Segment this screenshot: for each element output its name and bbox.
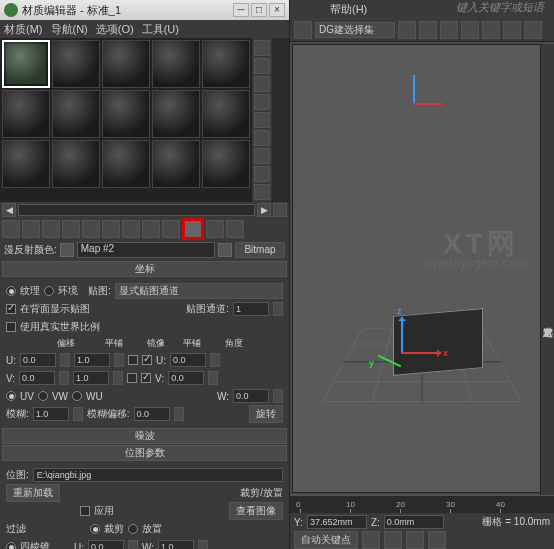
sample-slot[interactable] <box>152 140 200 188</box>
u-tiling-spinner[interactable]: 1.0 <box>74 353 110 367</box>
scroll-track[interactable] <box>18 204 255 216</box>
curve-editor-icon[interactable] <box>461 21 479 39</box>
v-offset-spinner[interactable]: 0.0 <box>19 371 55 385</box>
sample-slot[interactable] <box>102 40 150 88</box>
crop-w-spinner[interactable]: 1.0 <box>158 540 194 549</box>
sample-slot[interactable] <box>102 90 150 138</box>
crop-u-spinner[interactable]: 0.0 <box>88 540 124 549</box>
real-world-checkbox[interactable] <box>6 322 16 332</box>
sample-slot[interactable] <box>152 90 200 138</box>
mapping-dropdown[interactable]: 显式贴图通道 <box>115 283 283 299</box>
align-icon[interactable] <box>419 21 437 39</box>
sample-slot[interactable] <box>2 90 50 138</box>
crop-radio[interactable] <box>90 524 100 534</box>
close-button[interactable]: × <box>269 3 285 17</box>
search-hint[interactable]: 键入关键字或短语 <box>456 0 544 15</box>
mirror-icon[interactable] <box>398 21 416 39</box>
assign-to-selection-icon[interactable] <box>42 220 60 238</box>
background-icon[interactable] <box>254 76 270 92</box>
sample-slot[interactable] <box>102 140 150 188</box>
menu-navigate[interactable]: 导航(N) <box>51 22 88 37</box>
sample-type-icon[interactable] <box>254 40 270 56</box>
minimize-button[interactable]: ─ <box>233 3 249 17</box>
get-material-icon[interactable] <box>2 220 20 238</box>
make-unique-icon[interactable] <box>102 220 120 238</box>
sample-slot[interactable] <box>52 140 100 188</box>
v-mirror-checkbox[interactable] <box>127 373 137 383</box>
slots-layout-icon[interactable] <box>254 184 270 200</box>
scroll-right-icon[interactable]: ▶ <box>257 203 271 217</box>
rollout-coordinates-header[interactable]: 坐标 <box>2 261 287 277</box>
v-angle-spinner[interactable]: 0.0 <box>168 371 204 385</box>
spinner-buttons[interactable] <box>128 540 138 549</box>
go-to-parent-icon[interactable] <box>206 220 224 238</box>
u-offset-spinner[interactable]: 0.0 <box>20 353 56 367</box>
show-back-checkbox[interactable] <box>6 304 16 314</box>
autokey-button[interactable]: 自动关键点 <box>294 531 358 549</box>
rotate-button[interactable]: 旋转 <box>249 405 283 423</box>
map-name-input[interactable]: Map #2 <box>77 242 215 258</box>
dropdown-arrow-icon[interactable] <box>218 243 232 257</box>
scene-object-plane[interactable] <box>393 308 483 376</box>
show-in-viewport-icon[interactable] <box>162 220 180 238</box>
w-angle-spinner[interactable]: 0.0 <box>233 389 269 403</box>
sample-slot[interactable] <box>2 40 50 88</box>
spinner-buttons[interactable] <box>210 353 220 367</box>
blur-spinner[interactable]: 1.0 <box>33 407 69 421</box>
v-tiling-spinner[interactable]: 1.0 <box>73 371 109 385</box>
schematic-icon[interactable] <box>482 21 500 39</box>
put-to-library-icon[interactable] <box>122 220 140 238</box>
sample-slot[interactable] <box>52 90 100 138</box>
bitmap-path-field[interactable]: E:\qiangbi.jpg <box>33 468 283 482</box>
make-copy-icon[interactable] <box>82 220 100 238</box>
z-coord-field[interactable]: 0.0mm <box>384 515 444 529</box>
apply-checkbox[interactable] <box>80 506 90 516</box>
sample-slot[interactable] <box>202 90 250 138</box>
select-by-mat-icon[interactable] <box>254 166 270 182</box>
map-channel-spinner[interactable]: 1 <box>233 302 269 316</box>
spinner-buttons[interactable] <box>198 540 208 549</box>
wu-radio[interactable] <box>72 391 82 401</box>
timeline[interactable]: 010203040 <box>290 495 554 513</box>
command-panel-strip[interactable]: 选定对象 <box>540 44 554 513</box>
vw-radio[interactable] <box>38 391 48 401</box>
spinner-buttons[interactable] <box>73 407 83 421</box>
spinner-buttons[interactable] <box>208 371 218 385</box>
render-setup-icon[interactable] <box>524 21 542 39</box>
options-icon[interactable] <box>254 148 270 164</box>
sample-slot[interactable] <box>152 40 200 88</box>
menu-tools[interactable]: 工具(U) <box>142 22 179 37</box>
map-type-button[interactable]: Bitmap <box>235 242 285 258</box>
toolbar-icon[interactable] <box>294 21 312 39</box>
rollout-noise-header[interactable]: 噪波 <box>2 428 287 444</box>
preview-icon[interactable] <box>254 130 270 146</box>
spinner-buttons[interactable] <box>174 407 184 421</box>
play-icon[interactable] <box>406 531 424 549</box>
spinner-buttons[interactable] <box>59 371 69 385</box>
backlight-icon[interactable] <box>254 58 270 74</box>
maximize-button[interactable]: □ <box>251 3 267 17</box>
menu-help[interactable]: 帮助(H) <box>330 2 367 17</box>
next-frame-icon[interactable] <box>428 531 446 549</box>
sample-slot[interactable] <box>202 140 250 188</box>
y-coord-field[interactable]: 37.652mm <box>307 515 367 529</box>
spinner-buttons[interactable] <box>114 353 124 367</box>
material-id-icon[interactable] <box>142 220 160 238</box>
key-filters-icon[interactable] <box>362 531 380 549</box>
u-angle-spinner[interactable]: 0.0 <box>170 353 206 367</box>
sample-slot[interactable] <box>202 40 250 88</box>
eyedropper-icon[interactable] <box>60 243 74 257</box>
spinner-buttons[interactable] <box>273 302 283 316</box>
reset-map-icon[interactable] <box>62 220 80 238</box>
selection-set-dropdown[interactable]: DG建选择集 <box>315 22 395 38</box>
menu-options[interactable]: 选项(O) <box>96 22 134 37</box>
environ-radio[interactable] <box>44 286 54 296</box>
material-editor-icon[interactable] <box>503 21 521 39</box>
pyramidal-radio[interactable] <box>6 542 16 549</box>
scroll-left-icon[interactable]: ◀ <box>2 203 16 217</box>
blur-offset-spinner[interactable]: 0.0 <box>134 407 170 421</box>
place-radio[interactable] <box>128 524 138 534</box>
perspective-viewport[interactable]: z x y XT网 www.sysgem.com <box>292 44 552 493</box>
prev-frame-icon[interactable] <box>384 531 402 549</box>
u-mirror-checkbox[interactable] <box>128 355 138 365</box>
